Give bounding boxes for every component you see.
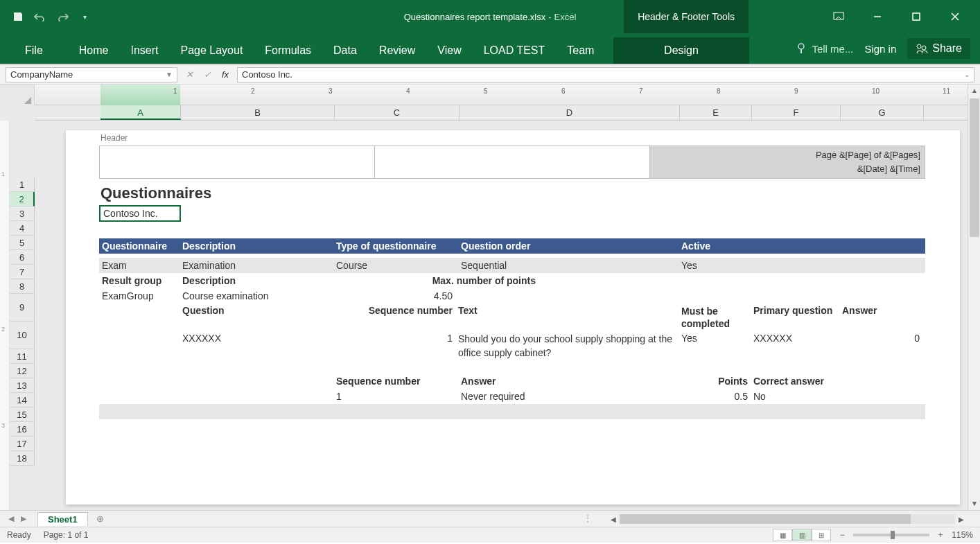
undo-button[interactable] bbox=[30, 7, 50, 26]
table-row[interactable]: XXXXXX 1 Should you do your school suppl… bbox=[99, 331, 925, 359]
table-row[interactable]: ExamGroup Course examination 4.50 bbox=[99, 288, 925, 304]
enter-formula-button[interactable]: ✓ bbox=[201, 69, 213, 80]
view-page-layout-button[interactable]: ▥ bbox=[792, 529, 812, 541]
row-header[interactable]: 5 bbox=[10, 236, 35, 250]
qat-customize-button[interactable]: ▾ bbox=[75, 7, 94, 26]
row-header[interactable]: 7 bbox=[10, 265, 35, 279]
row-header[interactable]: 3 bbox=[10, 207, 35, 221]
header-boxes: Page &[Page] of &[Pages] &[Date] &[Time] bbox=[99, 146, 925, 179]
scroll-up-button[interactable]: ▲ bbox=[968, 85, 980, 97]
col-header-e[interactable]: E bbox=[680, 105, 752, 120]
zoom-out-button[interactable]: − bbox=[838, 530, 846, 540]
tab-team[interactable]: Team bbox=[556, 37, 605, 64]
sheet-nav-first[interactable]: ◀ bbox=[6, 514, 17, 523]
sheet-tab-sheet1[interactable]: Sheet1 bbox=[37, 512, 88, 526]
formula-input[interactable]: Contoso Inc. ⌄ bbox=[237, 67, 974, 82]
table-row[interactable]: Sequence number Answer Points Correct an… bbox=[99, 374, 925, 389]
horizontal-scrollbar[interactable]: ◀ ▶ bbox=[607, 513, 968, 525]
view-normal-button[interactable]: ▦ bbox=[773, 529, 792, 541]
table-row[interactable]: Exam Examination Course Sequential Yes bbox=[99, 258, 925, 273]
chevron-down-icon[interactable]: ▼ bbox=[166, 71, 173, 78]
tab-home[interactable]: Home bbox=[68, 37, 120, 64]
tab-design[interactable]: Design bbox=[613, 37, 749, 64]
col-header-d[interactable]: D bbox=[460, 105, 680, 120]
tab-review[interactable]: Review bbox=[368, 37, 426, 64]
svg-point-5 bbox=[917, 44, 921, 49]
row-header[interactable]: 11 bbox=[10, 349, 35, 364]
row-header[interactable]: 16 bbox=[10, 422, 35, 437]
row-header[interactable]: 15 bbox=[10, 407, 35, 422]
row-header[interactable]: 13 bbox=[10, 378, 35, 393]
tell-me-input[interactable]: Tell me... bbox=[795, 42, 853, 55]
close-button[interactable] bbox=[943, 4, 968, 29]
col-header-g[interactable]: G bbox=[841, 105, 924, 120]
table-row[interactable]: 1 Never required 0.5 No bbox=[99, 389, 925, 404]
tab-page-layout[interactable]: Page Layout bbox=[169, 37, 254, 64]
select-all-corner[interactable] bbox=[0, 85, 35, 105]
svg-rect-4 bbox=[800, 49, 802, 53]
header-right-line2: &[Date] &[Time] bbox=[654, 162, 920, 176]
fx-button[interactable]: fx bbox=[219, 69, 231, 80]
name-box[interactable]: CompanyName ▼ bbox=[6, 67, 177, 82]
add-sheet-button[interactable]: ⊕ bbox=[92, 512, 109, 526]
table-row[interactable] bbox=[99, 404, 925, 419]
view-page-break-button[interactable]: ⊞ bbox=[812, 529, 831, 541]
zoom-slider[interactable] bbox=[853, 534, 929, 536]
row-header[interactable]: 10 bbox=[10, 322, 35, 349]
col-header-a[interactable]: A bbox=[100, 105, 181, 120]
col-header-b[interactable]: B bbox=[181, 105, 335, 120]
tab-load-test[interactable]: LOAD TEST bbox=[473, 37, 557, 64]
header-left-input[interactable] bbox=[100, 146, 375, 178]
scroll-left-button[interactable]: ◀ bbox=[607, 516, 620, 523]
header-center-input[interactable] bbox=[375, 146, 650, 178]
document-title[interactable]: Questionnaires bbox=[99, 182, 925, 205]
tab-formulas[interactable]: Formulas bbox=[254, 37, 322, 64]
share-button[interactable]: Share bbox=[907, 38, 970, 59]
formula-expand-icon[interactable]: ⌄ bbox=[964, 71, 970, 78]
minimize-button[interactable] bbox=[865, 4, 890, 29]
maximize-button[interactable] bbox=[904, 4, 929, 29]
header-right-input[interactable]: Page &[Page] of &[Pages] &[Date] &[Time] bbox=[650, 146, 925, 178]
row-header[interactable]: 17 bbox=[10, 437, 35, 451]
vertical-scrollbar[interactable]: ▲ ▼ bbox=[968, 85, 980, 510]
sheet-nav-last[interactable]: ▶ bbox=[18, 514, 29, 523]
sign-in-button[interactable]: Sign in bbox=[864, 43, 896, 55]
row-header[interactable]: 9 bbox=[10, 294, 35, 322]
ribbon-options-button[interactable] bbox=[826, 4, 851, 29]
scroll-right-button[interactable]: ▶ bbox=[955, 516, 968, 523]
col-header-c[interactable]: C bbox=[335, 105, 460, 120]
tab-split-handle[interactable]: ⋮ bbox=[584, 514, 592, 525]
row-header[interactable]: 8 bbox=[10, 279, 35, 294]
col-header-f[interactable]: F bbox=[752, 105, 841, 120]
table-row[interactable]: Result group Description Max. number of … bbox=[99, 273, 925, 288]
hscroll-thumb[interactable] bbox=[620, 514, 911, 524]
row-header[interactable]: 6 bbox=[10, 250, 35, 265]
window-title: Questionnaires report template.xlsx - Ex… bbox=[404, 12, 577, 22]
save-button[interactable] bbox=[8, 7, 28, 26]
formula-value: Contoso Inc. bbox=[242, 69, 292, 80]
row-header[interactable]: 1 bbox=[10, 177, 35, 192]
zoom-in-button[interactable]: + bbox=[936, 530, 945, 540]
zoom-level[interactable]: 115% bbox=[952, 530, 973, 540]
row-header[interactable]: 18 bbox=[10, 451, 35, 466]
tab-view[interactable]: View bbox=[426, 37, 472, 64]
status-page: Page: 1 of 1 bbox=[44, 530, 89, 540]
tab-insert[interactable]: Insert bbox=[119, 37, 169, 64]
th-questionnaire: Questionnaire bbox=[99, 240, 180, 252]
table-row[interactable]: Question Sequence number Text Must be co… bbox=[99, 304, 925, 331]
row-header[interactable]: 4 bbox=[10, 221, 35, 236]
scroll-thumb[interactable] bbox=[970, 98, 979, 237]
row-header[interactable]: 2 bbox=[10, 192, 35, 207]
tab-file[interactable]: File bbox=[14, 37, 54, 64]
row-header[interactable]: 12 bbox=[10, 364, 35, 378]
worksheet-area: 1 2 3 4 5 6 7 8 9 10 11 A B C D E F G 1 … bbox=[0, 85, 980, 510]
cancel-formula-button[interactable]: ✕ bbox=[183, 69, 195, 80]
th-order: Question order bbox=[458, 240, 679, 252]
horizontal-ruler[interactable]: 1 2 3 4 5 6 7 8 9 10 11 bbox=[35, 85, 968, 105]
tab-data[interactable]: Data bbox=[322, 37, 368, 64]
row-header[interactable]: 14 bbox=[10, 393, 35, 407]
page-canvas[interactable]: Header Page &[Page] of &[Pages] &[Date] … bbox=[35, 121, 968, 510]
redo-button[interactable] bbox=[53, 7, 72, 26]
scroll-down-button[interactable]: ▼ bbox=[968, 498, 980, 510]
active-cell-company[interactable]: Contoso Inc. bbox=[99, 205, 181, 222]
